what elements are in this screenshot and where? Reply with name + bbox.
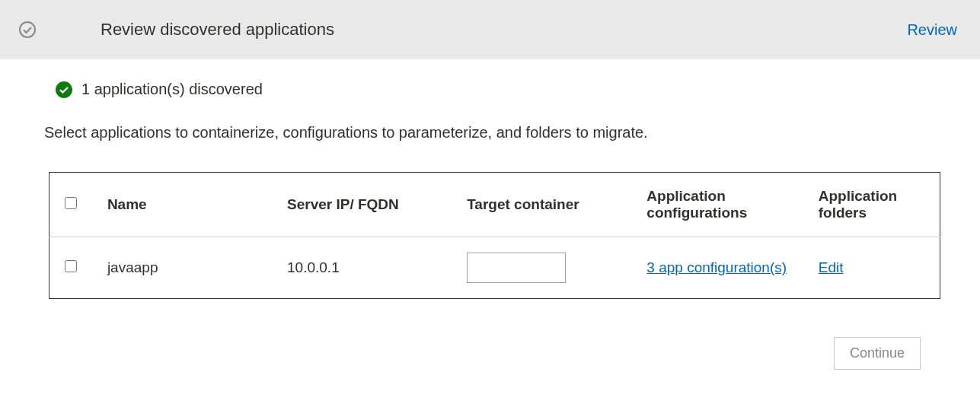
content-area: 1 application(s) discovered Select appli… [0,59,980,370]
table-header-row: Name Server IP/ FQDN Target container Ap… [49,173,940,237]
header-target: Target container [458,173,637,237]
status-text: 1 application(s) discovered [81,81,263,98]
edit-folders-link[interactable]: Edit [819,259,844,275]
row-name: javaapp [98,237,278,299]
continue-button[interactable]: Continue [834,337,921,370]
header-checkbox-cell [49,173,98,237]
header-name: Name [98,173,278,237]
status-row: 1 application(s) discovered [56,81,936,98]
row-checkbox[interactable] [65,260,77,272]
row-folders-cell: Edit [809,237,940,299]
step-title: Review discovered applications [101,20,907,40]
header-server: Server IP/ FQDN [278,173,458,237]
svg-point-0 [20,22,35,37]
footer-row: Continue [44,337,936,370]
header-folders: Application folders [809,173,940,237]
table-row: javaapp 10.0.0.1 3 app configuration(s) … [49,237,940,299]
row-appconfig-cell: 3 app configuration(s) [637,237,809,299]
applications-table: Name Server IP/ FQDN Target container Ap… [49,172,940,299]
success-icon [56,81,72,98]
select-all-checkbox[interactable] [65,197,77,209]
step-check-icon [18,21,37,39]
row-checkbox-cell [49,237,98,299]
target-container-input[interactable] [467,253,566,283]
row-server: 10.0.0.1 [278,237,458,299]
instruction-text: Select applications to containerize, con… [44,124,936,141]
app-configurations-link[interactable]: 3 app configuration(s) [646,258,787,278]
svg-point-1 [56,81,72,98]
review-link[interactable]: Review [907,21,957,39]
step-header: Review discovered applications Review [0,0,980,59]
header-appconfig: Application configurations [637,173,809,237]
row-target-cell [458,237,637,299]
